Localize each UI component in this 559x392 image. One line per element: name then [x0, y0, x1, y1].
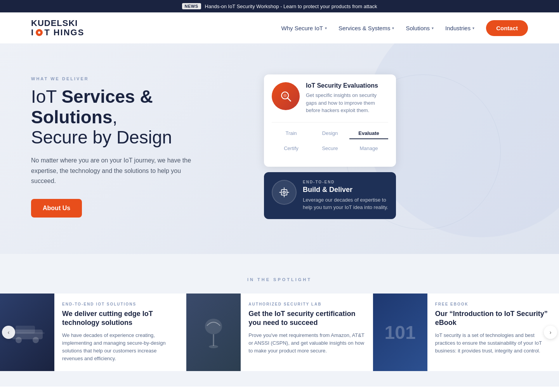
- card-title: IoT Security Evaluations: [306, 82, 388, 89]
- hero-description: No matter where you are on your IoT jour…: [31, 155, 202, 186]
- card-category-2: AUTHORIZED SECURITY LAB: [248, 302, 365, 306]
- chevron-down-icon: ▾: [392, 26, 394, 30]
- card-description-2: Prove you've met requirements from Amazo…: [248, 332, 365, 355]
- logo[interactable]: KUDELSKI IT HINGS: [31, 19, 84, 37]
- spotlight-label: IN THE SPOTLIGHT: [0, 277, 559, 282]
- svg-point-11: [16, 337, 22, 343]
- ebook-number: 101: [385, 322, 416, 343]
- chevron-down-icon: ▾: [472, 26, 474, 30]
- spotlight-section: IN THE SPOTLIGHT ‹: [0, 254, 559, 387]
- tab-design[interactable]: Design: [311, 128, 349, 139]
- card-title-1[interactable]: We deliver cutting edge IoT technology s…: [62, 309, 178, 328]
- svg-line-1: [288, 98, 291, 101]
- build-eyebrow: END-TO-END: [303, 180, 388, 184]
- logo-dot: [36, 29, 43, 36]
- svg-point-14: [205, 319, 222, 334]
- svg-point-2: [283, 94, 287, 97]
- svg-point-12: [33, 337, 39, 343]
- card-description: Get specific insights on security gaps a…: [306, 92, 388, 114]
- news-message: Hands-on IoT Security Workshop - Learn t…: [205, 3, 377, 9]
- hero-title-line2: Secure by Design: [31, 127, 172, 147]
- nav-services-systems[interactable]: Services & Systems ▾: [339, 25, 394, 31]
- svg-point-8: [283, 191, 285, 193]
- svg-point-16: [209, 345, 218, 348]
- card-top: IoT Security Evaluations Get specific in…: [272, 82, 388, 114]
- hero-eyebrow: WHAT WE DELIVER: [31, 76, 233, 81]
- news-badge: NEWS: [182, 3, 201, 9]
- card-title-2[interactable]: Get the IoT security certification you n…: [248, 309, 365, 328]
- logo-iot: IT HINGS: [31, 28, 84, 37]
- card-text: IoT Security Evaluations Get specific in…: [306, 82, 388, 114]
- nav-solutions[interactable]: Solutions ▾: [406, 25, 434, 31]
- hero-left: WHAT WE DELIVER IoT Services & Solutions…: [31, 76, 233, 218]
- ebook-image: 101: [373, 294, 427, 371]
- hero-title-prefix: IoT: [31, 86, 61, 107]
- security-icon: [272, 82, 300, 110]
- card-category-1: END-TO-END IOT SOLUTIONS: [62, 302, 178, 306]
- build-description: Leverage our decades of expertise to hel…: [303, 196, 388, 211]
- lamp-image: [186, 294, 241, 371]
- spotlight-card-3: 101 FREE EBOOK Our “Introduction to IoT …: [373, 294, 559, 371]
- hero-right: IoT Security Evaluations Get specific in…: [264, 74, 396, 219]
- build-title: Build & Deliver: [303, 186, 388, 194]
- security-evaluations-card: IoT Security Evaluations Get specific in…: [264, 74, 396, 167]
- build-icon: [272, 180, 297, 205]
- tab-certify[interactable]: Certify: [272, 143, 311, 154]
- hero-title-suffix: ,: [113, 107, 118, 127]
- chevron-down-icon: ▾: [432, 26, 434, 30]
- spotlight-cards-wrapper: ‹ END-TO-END IOT SOL: [0, 294, 559, 371]
- top-bar: NEWS Hands-on IoT Security Workshop - Le…: [0, 0, 559, 12]
- about-us-button[interactable]: About Us: [31, 199, 82, 218]
- card-image-2: [186, 294, 241, 371]
- spotlight-cards-row: END-TO-END IOT SOLUTIONS We deliver cutt…: [0, 294, 559, 371]
- tab-secure[interactable]: Secure: [311, 143, 349, 154]
- nav-links: Why Secure IoT ▾ Services & Systems ▾ So…: [281, 20, 528, 36]
- logo-kudelski: KUDELSKI: [31, 19, 84, 28]
- tab-evaluate[interactable]: Evaluate: [349, 128, 388, 139]
- card-description-3: IoT security is a set of technologies an…: [435, 332, 551, 355]
- chevron-down-icon: ▾: [325, 26, 327, 30]
- tab-train[interactable]: Train: [272, 128, 311, 139]
- hero-title: IoT Services & Solutions, Secure by Desi…: [31, 86, 233, 148]
- spotlight-card-2: AUTHORIZED SECURITY LAB Get the IoT secu…: [186, 294, 373, 371]
- hero-section: WHAT WE DELIVER IoT Services & Solutions…: [0, 43, 559, 254]
- card-tabs-row1: Train Design Evaluate: [272, 122, 388, 139]
- tab-manage[interactable]: Manage: [349, 143, 388, 154]
- card-description-1: We have decades of experience creating, …: [62, 332, 178, 363]
- hero-content: WHAT WE DELIVER IoT Services & Solutions…: [31, 74, 528, 219]
- contact-button[interactable]: Contact: [486, 20, 528, 36]
- card-title-3[interactable]: Our “Introduction to IoT Security” eBook: [435, 309, 551, 328]
- nav-why-secure-iot[interactable]: Why Secure IoT ▾: [281, 25, 327, 31]
- card-image-3: 101: [373, 294, 427, 371]
- spotlight-card-1: END-TO-END IOT SOLUTIONS We deliver cutt…: [0, 294, 186, 371]
- nav-industries[interactable]: Industries ▾: [445, 25, 474, 31]
- card-category-3: FREE EBOOK: [435, 302, 551, 306]
- build-card-text: END-TO-END Build & Deliver Leverage our …: [303, 180, 388, 211]
- card-content-1: END-TO-END IOT SOLUTIONS We deliver cutt…: [54, 294, 186, 371]
- card-tabs-row2: Certify Secure Manage: [272, 143, 388, 154]
- card-content-3: FREE EBOOK Our “Introduction to IoT Secu…: [427, 294, 559, 371]
- build-deliver-card: END-TO-END Build & Deliver Leverage our …: [264, 172, 396, 219]
- navbar: KUDELSKI IT HINGS Why Secure IoT ▾ Servi…: [0, 12, 559, 43]
- carousel-prev-button[interactable]: ‹: [2, 326, 15, 339]
- carousel-next-button[interactable]: ›: [544, 326, 557, 339]
- card-content-2: AUTHORIZED SECURITY LAB Get the IoT secu…: [241, 294, 372, 371]
